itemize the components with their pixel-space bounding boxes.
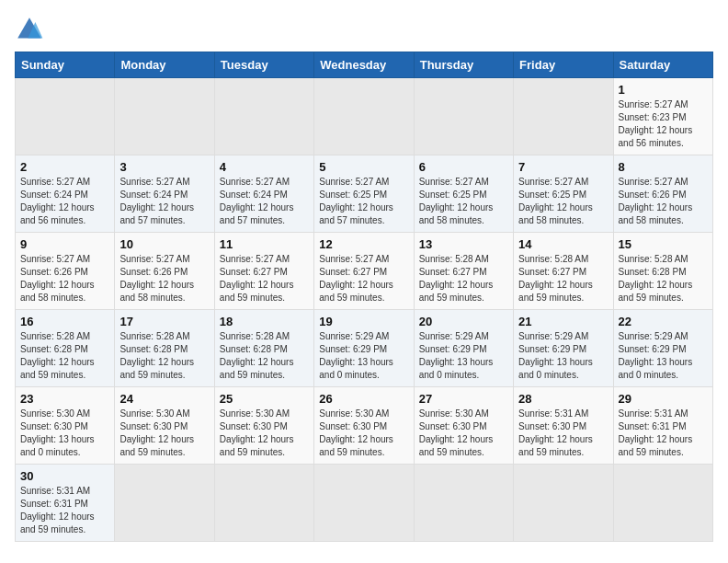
calendar-empty-cell [414,465,513,542]
day-number: 17 [119,315,209,328]
day-info: Sunrise: 5:27 AM Sunset: 6:25 PM Dayligh… [518,176,608,227]
day-number: 18 [220,315,309,328]
calendar-empty-cell [214,465,313,542]
calendar-day-9: 9Sunrise: 5:27 AM Sunset: 6:26 PM Daylig… [16,233,115,310]
day-number: 29 [619,392,708,406]
day-number: 13 [419,237,508,251]
day-number: 19 [319,315,408,328]
calendar-empty-cell [314,78,414,155]
calendar-empty-cell [115,465,214,542]
day-info: Sunrise: 5:27 AM Sunset: 6:24 PM Dayligh… [20,176,109,227]
day-info: Sunrise: 5:28 AM Sunset: 6:28 PM Dayligh… [619,253,708,304]
calendar-day-5: 5Sunrise: 5:27 AM Sunset: 6:25 PM Daylig… [314,155,414,233]
calendar-header-saturday: Saturday [613,52,712,78]
calendar-week-2: 2Sunrise: 5:27 AM Sunset: 6:24 PM Daylig… [16,155,713,233]
calendar-day-12: 12Sunrise: 5:27 AM Sunset: 6:27 PM Dayli… [314,233,414,310]
day-info: Sunrise: 5:27 AM Sunset: 6:27 PM Dayligh… [220,253,309,304]
day-number: 22 [619,315,708,328]
day-info: Sunrise: 5:31 AM Sunset: 6:31 PM Dayligh… [619,408,708,459]
day-info: Sunrise: 5:27 AM Sunset: 6:26 PM Dayligh… [119,253,209,304]
calendar-header-monday: Monday [115,52,214,78]
day-number: 9 [20,237,109,251]
calendar-week-5: 23Sunrise: 5:30 AM Sunset: 6:30 PM Dayli… [16,387,713,465]
page-header [15,15,713,44]
day-number: 1 [619,83,708,97]
calendar-day-24: 24Sunrise: 5:30 AM Sunset: 6:30 PM Dayli… [115,387,214,465]
day-info: Sunrise: 5:27 AM Sunset: 6:24 PM Dayligh… [119,176,209,227]
day-number: 7 [518,160,608,174]
calendar-header-wednesday: Wednesday [314,52,414,78]
calendar-day-30: 30Sunrise: 5:31 AM Sunset: 6:31 PM Dayli… [16,465,115,542]
day-number: 14 [518,237,608,251]
calendar-day-10: 10Sunrise: 5:27 AM Sunset: 6:26 PM Dayli… [115,233,214,310]
day-info: Sunrise: 5:27 AM Sunset: 6:25 PM Dayligh… [419,176,508,227]
day-info: Sunrise: 5:28 AM Sunset: 6:27 PM Dayligh… [518,253,608,304]
calendar-header-thursday: Thursday [414,52,513,78]
day-number: 26 [319,392,408,406]
calendar-empty-cell [514,78,613,155]
calendar-day-18: 18Sunrise: 5:28 AM Sunset: 6:28 PM Dayli… [214,310,313,387]
calendar-empty-cell [514,465,613,542]
calendar-day-16: 16Sunrise: 5:28 AM Sunset: 6:28 PM Dayli… [16,310,115,387]
calendar-day-21: 21Sunrise: 5:29 AM Sunset: 6:29 PM Dayli… [514,310,613,387]
day-number: 10 [119,237,209,251]
calendar-day-28: 28Sunrise: 5:31 AM Sunset: 6:30 PM Dayli… [514,387,613,465]
day-number: 2 [20,160,109,174]
calendar-day-26: 26Sunrise: 5:30 AM Sunset: 6:30 PM Dayli… [314,387,414,465]
day-info: Sunrise: 5:28 AM Sunset: 6:27 PM Dayligh… [419,253,508,304]
calendar-header-sunday: Sunday [16,52,115,78]
day-number: 27 [419,392,508,406]
calendar-day-11: 11Sunrise: 5:27 AM Sunset: 6:27 PM Dayli… [214,233,313,310]
calendar-header-row: SundayMondayTuesdayWednesdayThursdayFrid… [16,52,713,78]
day-info: Sunrise: 5:27 AM Sunset: 6:25 PM Dayligh… [319,176,408,227]
day-number: 15 [619,237,708,251]
day-info: Sunrise: 5:28 AM Sunset: 6:28 PM Dayligh… [119,330,209,382]
day-number: 11 [220,237,309,251]
calendar-empty-cell [613,465,712,542]
day-number: 6 [419,160,508,174]
day-info: Sunrise: 5:29 AM Sunset: 6:29 PM Dayligh… [518,330,608,382]
day-info: Sunrise: 5:27 AM Sunset: 6:27 PM Dayligh… [319,253,408,304]
day-number: 28 [518,392,608,406]
day-info: Sunrise: 5:27 AM Sunset: 6:24 PM Dayligh… [220,176,309,227]
calendar-header-tuesday: Tuesday [214,52,313,78]
day-info: Sunrise: 5:27 AM Sunset: 6:26 PM Dayligh… [619,176,708,227]
calendar-day-3: 3Sunrise: 5:27 AM Sunset: 6:24 PM Daylig… [115,155,214,233]
calendar-day-22: 22Sunrise: 5:29 AM Sunset: 6:29 PM Dayli… [613,310,712,387]
day-number: 25 [220,392,309,406]
day-number: 8 [619,160,708,174]
calendar-day-14: 14Sunrise: 5:28 AM Sunset: 6:27 PM Dayli… [514,233,613,310]
calendar-day-27: 27Sunrise: 5:30 AM Sunset: 6:30 PM Dayli… [414,387,513,465]
calendar-table: SundayMondayTuesdayWednesdayThursdayFrid… [15,52,713,542]
calendar-day-17: 17Sunrise: 5:28 AM Sunset: 6:28 PM Dayli… [115,310,214,387]
day-number: 16 [20,315,109,328]
calendar-day-13: 13Sunrise: 5:28 AM Sunset: 6:27 PM Dayli… [414,233,513,310]
day-number: 30 [20,469,109,483]
calendar-empty-cell [314,465,414,542]
calendar-day-29: 29Sunrise: 5:31 AM Sunset: 6:31 PM Dayli… [613,387,712,465]
logo [15,15,48,44]
day-number: 3 [119,160,209,174]
calendar-day-6: 6Sunrise: 5:27 AM Sunset: 6:25 PM Daylig… [414,155,513,233]
day-info: Sunrise: 5:30 AM Sunset: 6:30 PM Dayligh… [119,408,209,459]
day-info: Sunrise: 5:29 AM Sunset: 6:29 PM Dayligh… [319,330,408,382]
day-info: Sunrise: 5:31 AM Sunset: 6:31 PM Dayligh… [20,485,109,536]
calendar-day-20: 20Sunrise: 5:29 AM Sunset: 6:29 PM Dayli… [414,310,513,387]
calendar-header-friday: Friday [514,52,613,78]
calendar-empty-cell [414,78,513,155]
day-info: Sunrise: 5:28 AM Sunset: 6:28 PM Dayligh… [220,330,309,382]
calendar-day-23: 23Sunrise: 5:30 AM Sunset: 6:30 PM Dayli… [16,387,115,465]
day-number: 24 [119,392,209,406]
calendar-day-2: 2Sunrise: 5:27 AM Sunset: 6:24 PM Daylig… [16,155,115,233]
day-info: Sunrise: 5:30 AM Sunset: 6:30 PM Dayligh… [319,408,408,459]
day-info: Sunrise: 5:30 AM Sunset: 6:30 PM Dayligh… [220,408,309,459]
calendar-week-1: 1Sunrise: 5:27 AM Sunset: 6:23 PM Daylig… [16,78,713,155]
day-number: 23 [20,392,109,406]
calendar-week-6: 30Sunrise: 5:31 AM Sunset: 6:31 PM Dayli… [16,465,713,542]
calendar-empty-cell [214,78,313,155]
day-number: 4 [220,160,309,174]
day-info: Sunrise: 5:29 AM Sunset: 6:29 PM Dayligh… [419,330,508,382]
logo-icon [15,15,44,44]
calendar-empty-cell [115,78,214,155]
day-info: Sunrise: 5:30 AM Sunset: 6:30 PM Dayligh… [20,408,109,459]
